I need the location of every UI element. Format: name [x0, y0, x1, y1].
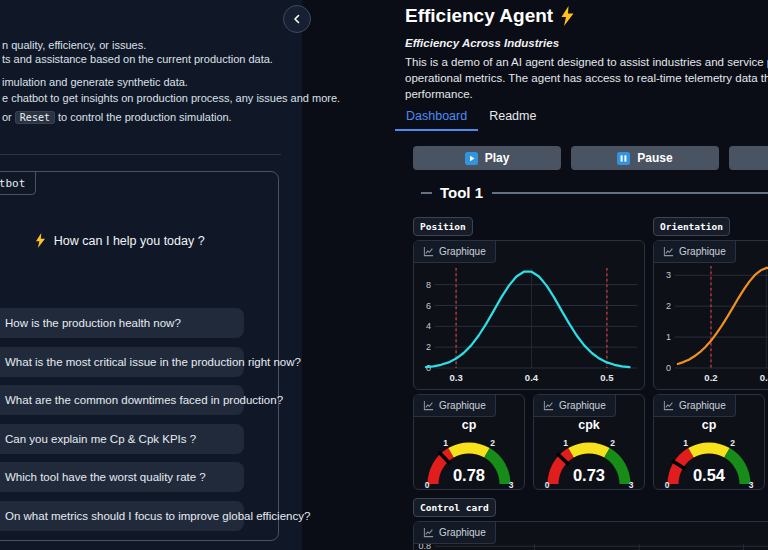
chatbot-tab: Chatbot — [0, 171, 36, 195]
pause-icon — [617, 152, 630, 165]
chevron-left-icon — [292, 14, 302, 24]
chat-welcome-text: How can I help you today ? — [54, 234, 205, 248]
play-button[interactable]: Play — [413, 146, 561, 170]
cp2-gauge: 01230.54 — [659, 432, 759, 490]
chart-tab-graphique[interactable]: Graphique — [534, 395, 616, 417]
app-root: Efficiency Agent Efficiency Across Indus… — [0, 0, 768, 550]
svg-text:0.4: 0.4 — [525, 372, 539, 383]
chart-tab-graphique[interactable]: Graphique — [414, 395, 496, 417]
control-chart: 0.20.40.60.8 — [418, 544, 768, 550]
sidebar-collapse-button[interactable] — [283, 5, 311, 33]
orientation-label: Orientation — [653, 217, 730, 236]
chart-icon — [543, 400, 554, 411]
suggestion-pill[interactable]: Can you explain me Cp & Cpk KPIs ? — [0, 424, 244, 454]
svg-text:1: 1 — [443, 438, 448, 448]
tool-section-header: Tool 1 — [421, 184, 768, 201]
description-line: performance. — [405, 88, 473, 100]
svg-text:0.8: 0.8 — [418, 544, 431, 550]
svg-text:0.73: 0.73 — [573, 466, 605, 484]
tool-section-title: Tool 1 — [440, 184, 483, 201]
svg-text:0.3: 0.3 — [449, 372, 462, 383]
sidebar-intro-line: ts and assistance based on the current p… — [2, 53, 273, 65]
chart-icon — [663, 246, 674, 257]
description-line: operational metrics. The agent has acces… — [405, 72, 768, 84]
gauge-title: cp — [654, 418, 764, 432]
cp-gauge-card: Graphique cp 01230.78 — [413, 394, 525, 490]
play-icon — [465, 152, 478, 165]
cpk-gauge-card: Graphique cpk 01230.73 — [533, 394, 645, 490]
svg-text:0.54: 0.54 — [693, 466, 726, 484]
orientation-chart: 0.20.40.60123 — [658, 263, 768, 389]
svg-text:3: 3 — [749, 480, 754, 490]
main-tabs: Dashboard Readme — [395, 104, 547, 131]
svg-text:2: 2 — [490, 438, 495, 448]
position-label: Position — [413, 217, 473, 236]
chart-tab-label: Graphique — [679, 400, 726, 411]
suggestion-pill[interactable]: Which tool have the worst quality rate ? — [0, 462, 244, 492]
chart-tab-label: Graphique — [439, 400, 486, 411]
chart-tab-label: Graphique — [559, 400, 606, 411]
intro-text: to control the production simulation. — [58, 111, 232, 123]
chart-tab-graphique[interactable]: Graphique — [414, 241, 496, 263]
svg-text:0.5: 0.5 — [600, 372, 614, 383]
chat-welcome-message: How can I help you today ? — [0, 233, 277, 248]
svg-text:3: 3 — [509, 480, 514, 490]
chart-tab-label: Graphique — [679, 246, 726, 257]
svg-text:3: 3 — [666, 270, 671, 280]
cp2-gauge-card: Graphique cp 01230.54 — [653, 394, 765, 490]
svg-text:0.4: 0.4 — [760, 372, 768, 383]
chart-icon — [423, 400, 434, 411]
tab-dashboard[interactable]: Dashboard — [395, 104, 478, 131]
cpk-gauge: 01230.73 — [539, 432, 639, 490]
chart-icon — [663, 400, 674, 411]
control-card-label: Control card — [413, 498, 496, 517]
sidebar-intro-line: n quality, efficiency, or issues. — [2, 39, 146, 51]
description-line: This is a demo of an AI agent designed t… — [405, 56, 768, 68]
page-title-text: Efficiency Agent — [405, 5, 553, 27]
svg-text:0.78: 0.78 — [453, 466, 485, 484]
lightning-icon — [35, 233, 46, 248]
suggestion-pill[interactable]: What is the most critical issue in the p… — [0, 347, 244, 377]
svg-text:2: 2 — [666, 301, 671, 311]
svg-text:0: 0 — [666, 363, 671, 373]
sidebar-divider — [0, 154, 281, 155]
svg-text:0: 0 — [665, 480, 670, 490]
gauge-title: cp — [414, 418, 524, 432]
tool-header-rule — [492, 192, 768, 194]
chart-tab-label: Graphique — [439, 246, 486, 257]
svg-text:2: 2 — [426, 342, 431, 352]
svg-text:0: 0 — [545, 480, 550, 490]
tab-readme[interactable]: Readme — [478, 104, 547, 131]
svg-text:4: 4 — [426, 321, 431, 331]
orientation-chart-card: Graphique 0.20.40.60123 — [653, 240, 768, 390]
suggestion-pill[interactable]: What are the common downtimes faced in p… — [0, 385, 244, 415]
chart-tab-graphique[interactable]: Graphique — [654, 241, 736, 263]
position-chart: 0.30.40.502468 — [418, 263, 642, 389]
tool-header-dash — [421, 192, 432, 194]
intro-text: or — [2, 111, 12, 123]
chart-icon — [423, 246, 434, 257]
pause-button-label: Pause — [637, 151, 672, 165]
suggestion-pill[interactable]: On what metrics should I focus to improv… — [0, 501, 244, 531]
gauge-title: cpk — [534, 418, 644, 432]
chart-tab-graphique[interactable]: Graphique — [414, 522, 496, 544]
chart-tab-label: Graphique — [439, 527, 486, 538]
sidebar-intro-line: imulation and generate synthetic data. — [2, 76, 188, 88]
pause-button[interactable]: Pause — [571, 146, 719, 170]
chart-tab-graphique[interactable]: Graphique — [654, 395, 736, 417]
svg-text:0.2: 0.2 — [704, 372, 717, 383]
svg-text:3: 3 — [629, 480, 634, 490]
chat-sidebar: n quality, efficiency, or issues. ts and… — [0, 0, 302, 550]
svg-text:1: 1 — [563, 438, 568, 448]
cp-gauge: 01230.78 — [419, 432, 519, 490]
svg-text:2: 2 — [730, 438, 735, 448]
page-title: Efficiency Agent — [405, 5, 575, 27]
reset-button[interactable] — [729, 146, 768, 170]
suggestion-pill[interactable]: How is the production health now? — [0, 308, 244, 338]
chart-icon — [423, 527, 434, 538]
svg-text:2: 2 — [610, 438, 615, 448]
svg-text:0: 0 — [425, 480, 430, 490]
control-chart-card: Graphique 0.20.40.60.8 — [413, 521, 768, 550]
svg-text:6: 6 — [426, 301, 431, 311]
position-chart-card: Graphique 0.30.40.502468 — [413, 240, 645, 390]
